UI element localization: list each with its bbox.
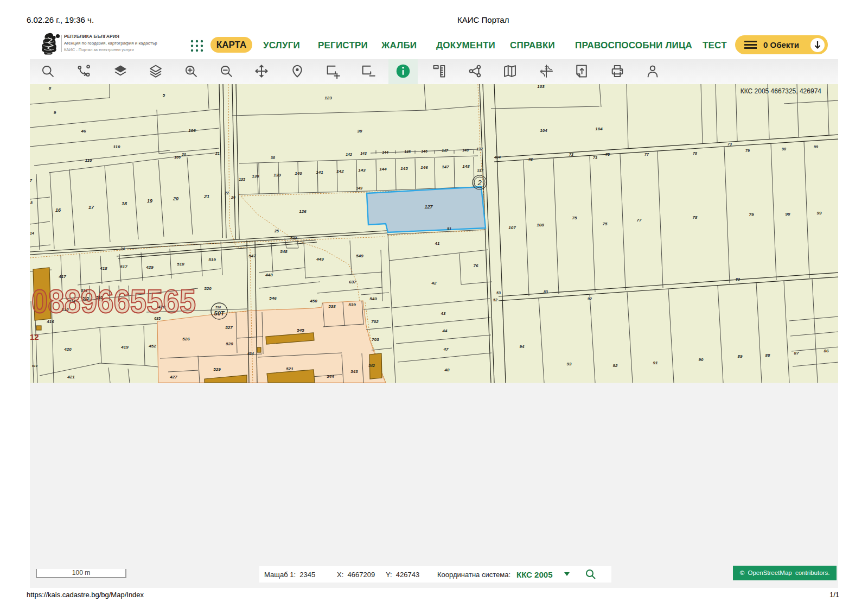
svg-text:148: 148 — [462, 164, 470, 169]
svg-text:86: 86 — [824, 349, 829, 353]
svg-text:526: 526 — [182, 337, 190, 341]
svg-text:521: 521 — [286, 366, 293, 371]
svg-text:527: 527 — [225, 325, 233, 330]
svg-text:633: 633 — [290, 236, 297, 240]
svg-text:418: 418 — [99, 266, 107, 271]
svg-text:619: 619 — [32, 364, 38, 368]
svg-text:8: 8 — [49, 86, 52, 91]
svg-text:47: 47 — [443, 347, 449, 352]
svg-text:75: 75 — [572, 216, 577, 220]
svg-text:142: 142 — [346, 153, 352, 156]
svg-text:110: 110 — [113, 144, 120, 149]
svg-text:9: 9 — [54, 110, 56, 115]
svg-text:98: 98 — [782, 147, 786, 151]
svg-text:94: 94 — [520, 344, 525, 349]
svg-text:76: 76 — [474, 263, 478, 268]
svg-text:99: 99 — [814, 145, 818, 149]
svg-text:452: 452 — [148, 344, 156, 349]
svg-text:143: 143 — [360, 151, 367, 155]
svg-text:24: 24 — [120, 247, 125, 251]
svg-text:53: 53 — [496, 291, 501, 295]
svg-text:79: 79 — [749, 212, 754, 217]
svg-text:21: 21 — [203, 194, 209, 199]
svg-text:92: 92 — [613, 363, 618, 368]
svg-text:16: 16 — [55, 207, 61, 213]
svg-text:25: 25 — [274, 229, 279, 233]
svg-text:517: 517 — [120, 264, 127, 269]
svg-text:18: 18 — [122, 201, 127, 206]
svg-text:20: 20 — [173, 196, 178, 201]
svg-text:92: 92 — [588, 297, 592, 301]
svg-text:146: 146 — [421, 149, 427, 153]
svg-text:106: 106 — [188, 128, 196, 133]
svg-text:530: 530 — [215, 306, 221, 309]
svg-text:137: 137 — [477, 169, 484, 173]
svg-text:78: 78 — [693, 151, 697, 155]
svg-text:145: 145 — [400, 166, 408, 171]
svg-text:421: 421 — [67, 375, 75, 379]
svg-text:78: 78 — [693, 215, 698, 220]
svg-text:417: 417 — [58, 274, 66, 279]
svg-text:ККС 2005 4667325, 426974: ККС 2005 4667325, 426974 — [741, 87, 822, 95]
svg-text:14: 14 — [30, 231, 34, 235]
svg-text:98: 98 — [786, 212, 790, 217]
svg-text:106: 106 — [174, 155, 181, 159]
svg-text:429: 429 — [145, 265, 154, 270]
svg-text:91: 91 — [653, 360, 658, 365]
svg-text:549: 549 — [356, 254, 363, 258]
svg-text:21: 21 — [215, 151, 220, 155]
svg-text:127: 127 — [424, 204, 433, 210]
svg-text:48: 48 — [444, 368, 450, 372]
svg-text:637: 637 — [349, 280, 356, 284]
svg-text:404: 404 — [494, 155, 501, 159]
svg-text:135: 135 — [239, 178, 245, 181]
svg-text:540: 540 — [369, 296, 377, 301]
svg-text:99: 99 — [817, 211, 822, 216]
svg-text:42: 42 — [431, 281, 437, 286]
svg-text:8: 8 — [30, 201, 33, 205]
svg-text:38: 38 — [358, 129, 362, 134]
svg-text:17: 17 — [88, 205, 94, 210]
svg-text:2: 2 — [477, 179, 482, 187]
svg-text:147: 147 — [442, 149, 449, 153]
svg-text:108: 108 — [537, 223, 544, 227]
svg-text:88: 88 — [765, 353, 770, 358]
svg-text:542: 542 — [368, 364, 375, 368]
svg-text:44: 44 — [442, 328, 448, 333]
svg-text:75: 75 — [603, 221, 608, 226]
svg-text:142: 142 — [336, 169, 344, 174]
svg-text:139: 139 — [273, 173, 281, 178]
svg-text:147: 147 — [442, 164, 449, 169]
svg-text:73: 73 — [569, 153, 573, 156]
svg-text:103: 103 — [537, 84, 545, 89]
svg-text:419: 419 — [120, 345, 129, 350]
svg-text:448: 448 — [265, 273, 273, 277]
svg-text:529: 529 — [213, 367, 221, 372]
svg-text:543: 543 — [350, 369, 358, 374]
svg-text:141: 141 — [316, 170, 323, 175]
svg-text:51: 51 — [447, 227, 451, 231]
svg-text:72: 72 — [528, 157, 533, 161]
svg-text:634: 634 — [247, 352, 254, 356]
svg-text:143: 143 — [358, 168, 366, 173]
svg-text:420: 420 — [63, 347, 72, 352]
svg-text:19: 19 — [147, 198, 152, 204]
svg-text:547: 547 — [248, 254, 256, 258]
svg-text:140: 140 — [295, 171, 302, 176]
svg-text:703: 703 — [372, 337, 379, 342]
svg-text:148: 148 — [462, 148, 469, 152]
svg-text:73: 73 — [727, 142, 732, 146]
svg-text:20: 20 — [181, 153, 186, 156]
svg-text:50Т: 50Т — [214, 310, 225, 317]
svg-text:43: 43 — [441, 311, 446, 316]
svg-text:702: 702 — [371, 319, 379, 324]
svg-text:22: 22 — [224, 191, 229, 195]
svg-text:77: 77 — [644, 153, 649, 156]
svg-text:548: 548 — [280, 249, 288, 254]
svg-text:26: 26 — [231, 195, 235, 199]
svg-text:149: 149 — [356, 186, 362, 190]
svg-text:0889665565: 0889665565 — [31, 282, 196, 320]
svg-text:416: 416 — [46, 319, 54, 324]
svg-text:110: 110 — [85, 158, 92, 163]
svg-text:107: 107 — [508, 225, 516, 230]
